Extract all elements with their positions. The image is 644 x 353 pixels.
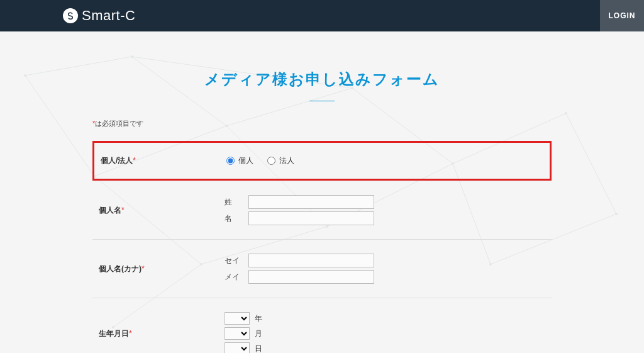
dob-day-suffix: 日 [255, 344, 262, 354]
svg-point-8 [615, 213, 618, 215]
sublabel-given: 名 [225, 213, 242, 224]
radio-entity-personal[interactable]: 個人 [226, 155, 253, 166]
input-family-name[interactable] [248, 195, 374, 209]
required-note: *は必須項目です [92, 119, 552, 128]
title-underline [309, 101, 335, 101]
row-kana: 個人名(カナ)* セイ メイ [92, 240, 552, 298]
input-family-kana[interactable] [248, 254, 374, 267]
label-name: 個人名* [92, 205, 212, 216]
row-entity: 個人/法人* 個人 法人 [94, 144, 550, 177]
input-given-kana[interactable] [248, 270, 374, 284]
label-entity: 個人/法人* [94, 155, 214, 166]
dob-year-suffix: 年 [255, 313, 262, 324]
brand-name: Smart-C [82, 8, 135, 24]
select-dob-year[interactable] [225, 312, 250, 325]
header-bar: Smart-C LOGIN [0, 0, 644, 31]
label-kana: 個人名(カナ)* [92, 264, 212, 274]
radio-entity-corporate[interactable]: 法人 [267, 155, 294, 166]
page-title: メディア様お申し込みフォーム [92, 69, 552, 89]
label-dob: 生年月日* [92, 328, 212, 339]
svg-point-7 [565, 112, 567, 115]
select-dob-month[interactable] [225, 327, 250, 340]
row-dob: 生年月日* 年 月 日 [92, 298, 552, 353]
brand-logo-icon [63, 8, 78, 23]
select-dob-day[interactable] [225, 342, 250, 353]
dob-month-suffix: 月 [255, 328, 262, 339]
sublabel-given-kana: メイ [225, 272, 242, 283]
sublabel-family: 姓 [225, 197, 242, 208]
radio-entity-corporate-input[interactable] [267, 157, 275, 165]
row-name: 個人名* 姓 名 [92, 181, 552, 240]
login-button[interactable]: LOGIN [600, 0, 644, 31]
form-container: メディア様お申し込みフォーム *は必須項目です 個人/法人* 個人 法人 [92, 31, 552, 353]
input-given-name[interactable] [248, 211, 374, 225]
svg-point-0 [24, 74, 26, 77]
sublabel-family-kana: セイ [225, 255, 242, 266]
entity-highlight-box: 個人/法人* 個人 法人 [92, 141, 552, 181]
radio-entity-personal-input[interactable] [226, 157, 235, 165]
brand-logo[interactable]: Smart-C [63, 8, 135, 24]
